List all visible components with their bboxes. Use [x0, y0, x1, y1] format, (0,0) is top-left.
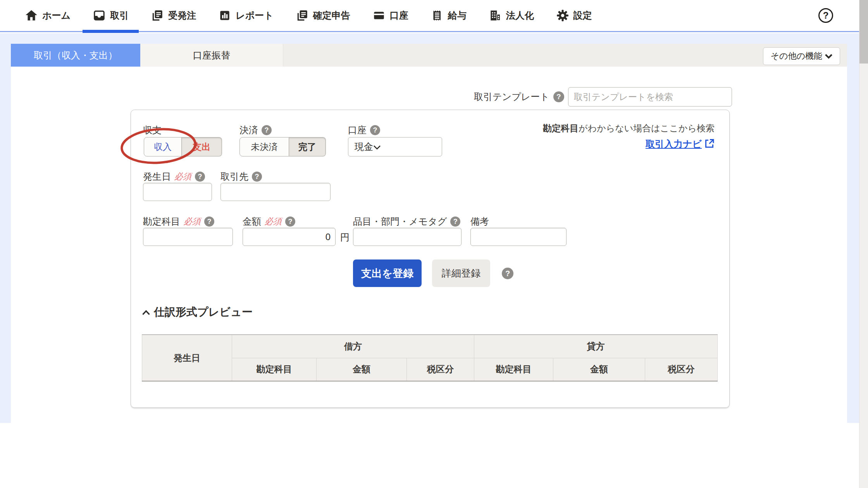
nav-item-label: レポート [236, 9, 274, 22]
partner-input[interactable] [220, 183, 331, 201]
nav-item-payroll[interactable]: 給与 [431, 0, 467, 31]
nav-item-transactions[interactable]: 取引 [93, 0, 129, 31]
col-header-debit: 借方 [232, 335, 474, 358]
note-input[interactable] [470, 228, 567, 246]
chevron-up-icon [142, 306, 150, 318]
nav-item-tax-return[interactable]: 確定申告 [296, 0, 350, 31]
partner-label: 取引先 ? [220, 170, 262, 183]
more-functions-button[interactable]: その他の機能 [763, 47, 840, 65]
category-search-hint: 勘定科目がわからない場合はここから検索 取引入力ナビ [543, 122, 715, 150]
scrollbar-track[interactable] [859, 0, 868, 488]
nav-item-accounts[interactable]: 口座 [372, 0, 408, 31]
transaction-navi-link[interactable]: 取引入力ナビ [646, 138, 702, 150]
card-body: 取引テンプレート ? 収支 収入 支出 [11, 67, 847, 423]
nav-item-reports[interactable]: レポート [218, 0, 274, 31]
building-icon [489, 9, 502, 22]
account-help-icon[interactable]: ? [370, 125, 380, 135]
col-header-date: 発生日 [142, 335, 232, 381]
nav-item-settings[interactable]: 設定 [556, 0, 592, 31]
amount-input[interactable] [243, 228, 336, 246]
expense-toggle-button[interactable]: 支出 [182, 137, 222, 156]
external-link-icon[interactable] [704, 138, 715, 150]
col-header-debit-tax: 税区分 [407, 358, 474, 381]
type-label: 収支 [143, 124, 162, 136]
partner-help-icon[interactable]: ? [252, 172, 262, 182]
template-search-row: 取引テンプレート ? [474, 87, 732, 107]
tags-input[interactable] [353, 228, 462, 246]
gear-icon [556, 9, 569, 22]
date-help-icon[interactable]: ? [195, 172, 205, 182]
unsettled-toggle-button[interactable]: 未決済 [239, 137, 289, 156]
chevron-down-icon [373, 141, 381, 152]
required-badge: 必須 [184, 216, 201, 227]
category-label: 勘定科目 必須 ? [143, 215, 214, 228]
top-nav-bar: ホーム 取引 受発注 レポート 確定申告 口座 給与 法人化 設定 ? [0, 0, 859, 32]
bar-chart-icon [218, 9, 231, 22]
date-label: 発生日 必須 ? [143, 170, 205, 183]
nav-item-label: 取引 [110, 9, 129, 22]
tab-bar: 取引（収入・支出） 口座振替 その他の機能 [11, 44, 847, 67]
col-header-credit: 貸方 [474, 335, 718, 358]
tags-help-icon[interactable]: ? [450, 217, 460, 227]
nav-item-orders[interactable]: 受発注 [151, 0, 196, 31]
home-icon [25, 9, 38, 22]
amount-label: 金額 必須 ? [243, 215, 295, 228]
settled-toggle-button[interactable]: 完了 [289, 137, 326, 156]
col-header-credit-account: 勘定科目 [474, 358, 553, 381]
category-help-icon[interactable]: ? [204, 217, 214, 227]
nav-item-label: 口座 [390, 9, 408, 22]
register-help-icon[interactable]: ? [502, 268, 513, 279]
template-search-input[interactable] [568, 87, 732, 107]
nav-item-label: 受発注 [168, 9, 196, 22]
transaction-form-panel: 収支 収入 支出 決済 ? 未決済 完了 [131, 110, 730, 408]
col-header-debit-account: 勘定科目 [232, 358, 317, 381]
template-search-label: 取引テンプレート [474, 91, 549, 103]
nav-item-incorporation[interactable]: 法人化 [489, 0, 534, 31]
nav-item-label: 確定申告 [313, 9, 350, 22]
main-card: 取引（収入・支出） 口座振替 その他の機能 取引テンプレート ? [11, 44, 847, 423]
income-toggle-button[interactable]: 収入 [144, 137, 182, 156]
yen-unit-label: 円 [340, 231, 350, 244]
account-select-value: 現金 [355, 141, 373, 153]
page-background: 取引（収入・支出） 口座振替 その他の機能 取引テンプレート ? [0, 33, 859, 423]
chevron-down-icon [825, 51, 833, 61]
account-select[interactable]: 現金 [348, 137, 442, 156]
card-icon [372, 9, 386, 22]
nav-item-label: 法人化 [506, 9, 534, 22]
nav-item-home[interactable]: ホーム [25, 0, 71, 31]
tags-label: 品目・部門・メモタグ ? [353, 215, 460, 228]
amount-help-icon[interactable]: ? [285, 217, 295, 227]
journal-preview-toggle[interactable]: 仕訳形式プレビュー [142, 305, 253, 320]
required-badge: 必須 [265, 216, 282, 227]
col-header-credit-tax: 税区分 [645, 358, 718, 381]
category-input[interactable] [143, 228, 233, 246]
account-label: 口座 ? [348, 124, 380, 136]
settlement-label: 決済 ? [239, 124, 272, 136]
question-glyph: ? [823, 10, 829, 21]
receipt-icon [431, 9, 444, 22]
col-header-credit-amount: 金額 [553, 358, 645, 381]
col-header-debit-amount: 金額 [317, 358, 407, 381]
wallet-icon [93, 9, 106, 22]
nav-item-label: 設定 [574, 9, 592, 22]
tab-transactions-income-expense[interactable]: 取引（収入・支出） [11, 44, 140, 67]
detail-register-button[interactable]: 詳細登録 [432, 259, 490, 287]
journal-preview-heading: 仕訳形式プレビュー [154, 305, 253, 320]
tab-account-transfer[interactable]: 口座振替 [140, 44, 283, 67]
documents-icon [151, 9, 164, 22]
documents-icon [296, 9, 309, 22]
journal-preview-table: 発生日 借方 貸方 勘定科目 金額 税区分 勘定科目 金額 税区分 [142, 334, 718, 381]
template-help-icon[interactable]: ? [553, 91, 564, 102]
required-badge: 必須 [174, 171, 191, 182]
nav-item-label: ホーム [42, 9, 71, 22]
settlement-help-icon[interactable]: ? [262, 125, 272, 135]
register-expense-button[interactable]: 支出を登録 [353, 259, 422, 287]
scrollbar-thumb[interactable] [859, 0, 868, 64]
hint-text: 勘定科目がわからない場合はここから検索 [543, 122, 715, 134]
help-button[interactable]: ? [818, 7, 834, 24]
nav-item-label: 給与 [448, 9, 467, 22]
date-input[interactable] [143, 183, 212, 201]
note-label: 備考 [470, 215, 489, 228]
